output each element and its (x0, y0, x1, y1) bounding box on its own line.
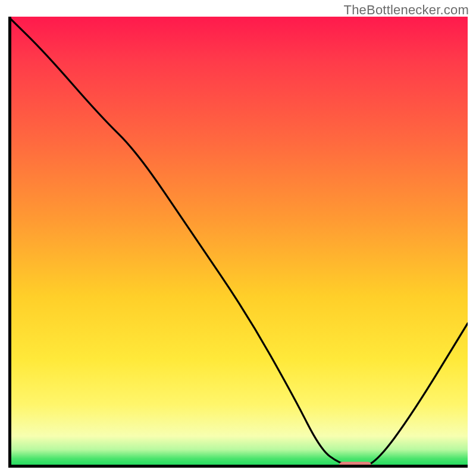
chart-container: TheBottlenecker.com (0, 0, 476, 476)
optimal-range-marker (339, 462, 371, 468)
curve-svg (8, 17, 468, 468)
plot-area (8, 17, 468, 468)
bottleneck-curve-path (8, 17, 468, 466)
watermark-text: TheBottlenecker.com (344, 2, 469, 18)
